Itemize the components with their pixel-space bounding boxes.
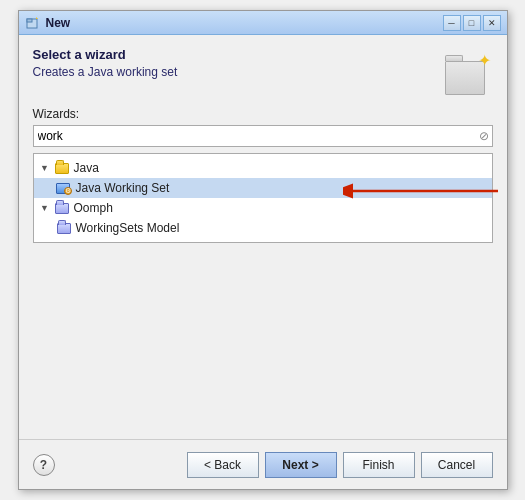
- folder-icon-java: [54, 160, 70, 176]
- svg-rect-1: [27, 19, 32, 22]
- wizard-title: Select a wizard: [33, 47, 435, 62]
- header-section: Select a wizard Creates a Java working s…: [33, 47, 493, 95]
- wizard-subtitle: Creates a Java working set: [33, 65, 435, 79]
- tree-label-java-ws: Java Working Set: [76, 181, 170, 195]
- close-button[interactable]: ✕: [483, 15, 501, 31]
- wizard-tree[interactable]: ▼ Java ⚙ Java Working Set: [33, 153, 493, 243]
- help-button[interactable]: ?: [33, 454, 55, 476]
- workingsets-icon: [56, 220, 72, 236]
- title-bar: New ─ □ ✕: [19, 11, 507, 35]
- back-button[interactable]: < Back: [187, 452, 259, 478]
- maximize-button[interactable]: □: [463, 15, 481, 31]
- window-title: New: [46, 16, 443, 30]
- search-container: ⊘: [33, 125, 493, 147]
- expander-java[interactable]: ▼: [38, 161, 52, 175]
- window-controls: ─ □ ✕: [443, 15, 501, 31]
- window-icon: [25, 15, 41, 31]
- tree-label-oomph: Oomph: [74, 201, 113, 215]
- sparkle-icon: ✦: [478, 51, 491, 70]
- bottom-bar: ? < Back Next > Finish Cancel: [19, 439, 507, 489]
- search-clear-icon[interactable]: ⊘: [479, 129, 489, 143]
- main-window: New ─ □ ✕ Select a wizard Creates a Java…: [18, 10, 508, 490]
- tree-item-java-working-set[interactable]: ⚙ Java Working Set: [34, 178, 492, 198]
- tree-item-oomph[interactable]: ▼ Oomph: [34, 198, 492, 218]
- finish-button[interactable]: Finish: [343, 452, 415, 478]
- tree-item-java[interactable]: ▼ Java: [34, 158, 492, 178]
- button-group: < Back Next > Finish Cancel: [187, 452, 493, 478]
- tree-item-workingsets-model[interactable]: WorkingSets Model: [34, 218, 492, 238]
- tree-wrapper: ▼ Java ⚙ Java Working Set: [33, 153, 493, 243]
- minimize-button[interactable]: ─: [443, 15, 461, 31]
- tree-label-ws-model: WorkingSets Model: [76, 221, 180, 235]
- content-area: Select a wizard Creates a Java working s…: [19, 35, 507, 439]
- cancel-button[interactable]: Cancel: [421, 452, 493, 478]
- folder-icon-oomph: [54, 200, 70, 216]
- header-text: Select a wizard Creates a Java working s…: [33, 47, 435, 79]
- java-ws-icon: ⚙: [56, 180, 72, 196]
- next-button[interactable]: Next >: [265, 452, 337, 478]
- tree-label-java: Java: [74, 161, 99, 175]
- expander-oomph[interactable]: ▼: [38, 201, 52, 215]
- wizard-icon: ✦: [445, 47, 493, 95]
- wizards-label: Wizards:: [33, 107, 493, 121]
- search-input[interactable]: [33, 125, 493, 147]
- svg-marker-2: [36, 17, 38, 19]
